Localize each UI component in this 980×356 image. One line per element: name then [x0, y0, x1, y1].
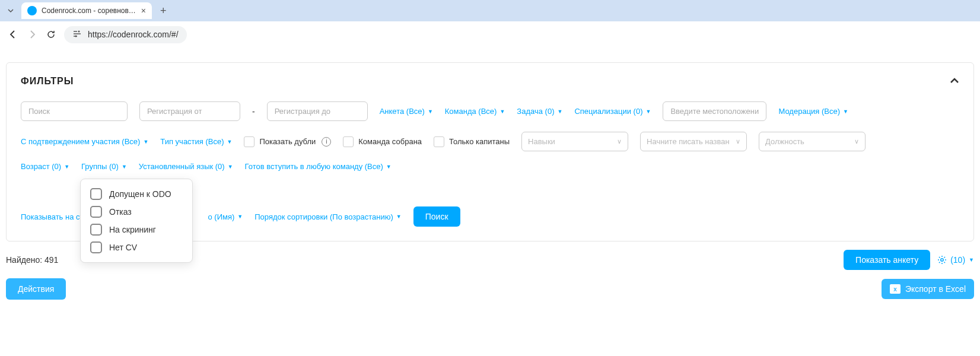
captains-only-checkbox-group: Только капитаны: [434, 136, 510, 147]
actions-button[interactable]: Действия: [6, 278, 66, 300]
browser-chrome: Codenrock.com - соревновани × + https://…: [0, 0, 980, 47]
popup-checkbox[interactable]: [90, 188, 102, 200]
company-select[interactable]: Начните писать назван ∨: [640, 132, 747, 151]
chevron-down-icon: ▼: [228, 164, 233, 170]
chevron-down-icon: ▼: [396, 214, 402, 220]
filter-per-page-partial[interactable]: Показывать на ст: [21, 212, 83, 221]
svg-point-1: [75, 35, 77, 37]
filter-language[interactable]: Установленный язык (0)▼: [139, 162, 233, 171]
filter-any-team[interactable]: Готов вступить в любую команду (Все)▼: [245, 162, 392, 171]
close-icon[interactable]: ×: [141, 6, 146, 15]
favicon-icon: [27, 6, 37, 15]
chevron-down-icon: ▼: [499, 109, 505, 115]
filters-panel: ФИЛЬТРЫ - Анкета (Все)▼ Команда (Все)▼ З…: [6, 62, 974, 241]
new-tab-button[interactable]: +: [157, 5, 170, 17]
chevron-down-icon: ▼: [143, 139, 148, 145]
excel-icon: x: [890, 284, 901, 294]
date-dash: -: [252, 107, 255, 116]
show-dupes-label: Показать дубли: [259, 137, 316, 146]
captains-only-label: Только капитаны: [449, 137, 510, 146]
popup-item[interactable]: Допущен к ODO: [90, 185, 183, 203]
popup-item[interactable]: Отказ: [90, 203, 183, 221]
browser-tab[interactable]: Codenrock.com - соревновани ×: [21, 2, 152, 19]
chevron-down-icon: ▼: [646, 109, 651, 115]
columns-config-button[interactable]: (10) ▼: [937, 255, 974, 265]
filter-sort-order[interactable]: Порядок сортировки (По возрастанию)▼: [254, 212, 402, 221]
tab-bar: Codenrock.com - соревновани × +: [0, 0, 980, 21]
filter-moderation[interactable]: Модерация (Все)▼: [778, 107, 848, 116]
filter-specializations[interactable]: Специализации (0)▼: [574, 107, 651, 116]
chevron-down-icon: ▼: [386, 164, 392, 170]
filter-team[interactable]: Команда (Все)▼: [445, 107, 505, 116]
url-input[interactable]: https://codenrock.com/#/: [64, 26, 187, 43]
found-count: Найдено: 491: [6, 255, 58, 265]
show-dupes-checkbox[interactable]: [244, 136, 254, 147]
url-text: https://codenrock.com/#/: [88, 30, 179, 39]
tab-title: Codenrock.com - соревновани: [42, 7, 136, 15]
popup-item[interactable]: На скрининг: [90, 221, 183, 239]
site-settings-icon[interactable]: [72, 30, 82, 40]
chevron-down-icon: ∨: [854, 138, 859, 145]
chevron-up-icon[interactable]: [950, 75, 959, 87]
reg-from-input[interactable]: [139, 101, 240, 121]
chevron-down-icon: ▼: [227, 139, 233, 145]
chevron-down-icon: ▼: [428, 109, 433, 115]
show-dupes-checkbox-group: Показать дубли i: [244, 136, 331, 147]
filter-anketa[interactable]: Анкета (Все)▼: [380, 107, 433, 116]
filter-confirmation[interactable]: С подтверждением участия (Все)▼: [21, 137, 148, 146]
filter-participation-type[interactable]: Тип участия (Все)▼: [160, 137, 232, 146]
filter-groups[interactable]: Группы (0)▼: [81, 162, 127, 171]
reg-to-input[interactable]: [267, 101, 368, 121]
chevron-down-icon: ∨: [617, 138, 622, 145]
export-excel-button[interactable]: x Экспорт в Excel: [882, 279, 974, 299]
team-ready-checkbox-group: Команда собрана: [343, 136, 422, 147]
svg-point-2: [941, 259, 943, 261]
chevron-down-icon: ∨: [736, 138, 740, 145]
search-button[interactable]: Поиск: [413, 206, 460, 227]
address-bar: https://codenrock.com/#/: [0, 21, 980, 47]
popup-checkbox[interactable]: [90, 206, 102, 218]
back-button[interactable]: [7, 28, 19, 40]
tab-list-chevron[interactable]: [5, 5, 17, 17]
chevron-down-icon: ▼: [237, 214, 243, 220]
skills-select[interactable]: Навыки ∨: [521, 132, 628, 151]
forward-button[interactable]: [26, 28, 38, 40]
team-ready-checkbox[interactable]: [343, 136, 354, 147]
chevron-down-icon: ▼: [969, 257, 974, 263]
chevron-down-icon: ▼: [122, 164, 127, 170]
position-select[interactable]: Должность ∨: [759, 132, 866, 151]
info-icon[interactable]: i: [322, 137, 331, 147]
popup-checkbox[interactable]: [90, 224, 102, 236]
team-ready-label: Команда собрана: [358, 137, 422, 146]
filter-sort-field-partial[interactable]: о (Имя)▼: [208, 212, 243, 221]
filters-title: ФИЛЬТРЫ: [21, 76, 74, 87]
filter-age[interactable]: Возраст (0)▼: [21, 162, 69, 171]
search-input[interactable]: [21, 101, 128, 121]
chevron-down-icon: ▼: [843, 109, 848, 115]
gear-icon: [937, 255, 947, 265]
chevron-down-icon: ▼: [557, 109, 562, 115]
chevron-down-icon: ▼: [64, 164, 69, 170]
popup-checkbox[interactable]: [90, 241, 102, 253]
groups-popup: Допущен к ODO Отказ На скрининг Нет CV: [80, 179, 193, 263]
filter-task[interactable]: Задача (0)▼: [517, 107, 562, 116]
show-anketa-button[interactable]: Показать анкету: [844, 250, 930, 270]
popup-item[interactable]: Нет CV: [90, 239, 183, 256]
reload-button[interactable]: [45, 28, 57, 40]
svg-point-0: [78, 30, 80, 32]
captains-only-checkbox[interactable]: [434, 136, 444, 147]
location-input[interactable]: [663, 101, 766, 121]
